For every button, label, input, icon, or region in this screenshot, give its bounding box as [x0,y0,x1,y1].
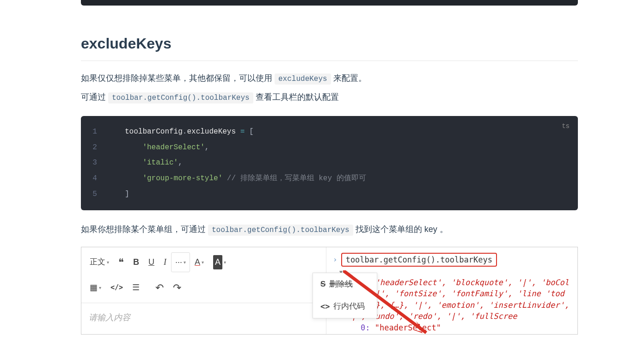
blockquote-button[interactable]: ❝ [114,250,129,275]
undo-button[interactable]: ↶ [151,275,168,300]
console-expression: toolbar.getConfig().toolbarKeys [341,253,497,267]
array-item-0: 0: "headerSelect" [361,322,571,334]
table-button[interactable]: ▦▾ [85,275,106,300]
line-number: 1 [81,124,109,140]
redo-button[interactable]: ↷ [168,275,186,300]
line-number: 4 [81,171,109,187]
font-color-button[interactable]: A▾ [190,251,209,273]
divider-button[interactable]: ☰ [128,275,144,300]
text: 查看工具栏的默认配置 [253,92,339,102]
text: 来配置。 [331,73,367,83]
inline-code: toolbar.getConfig().toolbarKeys [108,92,253,104]
line-number: 3 [81,155,109,171]
text: 如果仅仅想排除掉某些菜单，其他都保留，可以使用 [81,73,275,83]
inline-code: excludeKeys [275,73,331,85]
paragraph-3: 如果你想排除某个菜单组，可通过 toolbar.getConfig().tool… [81,221,578,237]
line-number: 5 [81,187,109,202]
console-output: (32) ['headerSelect', 'blockquote', '|',… [347,277,571,323]
more-style-dropdown: S 删除线 <> 行内代码 [313,273,377,319]
code-line: ] [109,187,129,202]
bg-color-button[interactable]: A▾ [209,251,231,273]
code-language-label: ts [562,120,570,133]
bold-button[interactable]: B [129,251,144,273]
code-line: 'italic', [109,155,183,171]
editor-toolbar: 正文▾ ❝ B U I ···▾ A▾ A▾ ▦▾ </> ☰ ↶ ↷ [81,247,326,304]
codeblock-button[interactable]: </> [106,275,128,300]
text: 可通过 [81,92,108,102]
array-preview: ['headerSelect', 'blockquote', '|', 'boC… [347,278,569,321]
code-line: 'group-more-style' // 排除菜单组，写菜单组 key 的值即… [109,171,366,187]
editor-panel: 正文▾ ❝ B U I ···▾ A▾ A▾ ▦▾ </> ☰ ↶ ↷ 请输入内… [81,247,326,334]
inline-code-option[interactable]: <> 行内代码 [313,295,377,318]
editor-content-area[interactable]: 请输入内容 [81,303,326,332]
section-heading: excludeKeys [81,31,578,61]
italic-button[interactable]: I [159,251,171,273]
inline-code: toolbar.getConfig().toolbarKeys [208,225,353,236]
chevron-right-icon: › [333,254,337,265]
more-style-button[interactable]: ···▾ [171,252,190,272]
top-dark-strip [81,0,578,6]
code-block: ts 1 toolbarConfig.excludeKeys = [ 2 'he… [81,116,578,210]
strikethrough-option[interactable]: S 删除线 [313,273,377,296]
code-line: toolbarConfig.excludeKeys = [ [109,124,253,140]
heading-select[interactable]: 正文▾ [85,252,114,273]
paragraph-2: 可通过 toolbar.getConfig().toolbarKeys 查看工具… [81,89,578,105]
paragraph-1: 如果仅仅想排除掉某些菜单，其他都保留，可以使用 excludeKeys 来配置。 [81,70,578,86]
code-line: 'headerSelect', [109,140,209,156]
text: 找到这个菜单组的 key 。 [353,225,448,234]
text: 如果你想排除某个菜单组，可通过 [81,225,208,234]
page-container: excludeKeys 如果仅仅想排除掉某些菜单，其他都保留，可以使用 excl… [0,0,592,348]
underline-button[interactable]: U [144,251,159,273]
console-input-line: › toolbar.getConfig().toolbarKeys [333,253,571,267]
editor-placeholder: 请输入内容 [89,313,130,322]
array-item-1: 1: "blockquote" [361,334,571,335]
example-screenshot: 正文▾ ❝ B U I ···▾ A▾ A▾ ▦▾ </> ☰ ↶ ↷ 请输入内… [81,247,578,335]
line-number: 2 [81,140,109,156]
